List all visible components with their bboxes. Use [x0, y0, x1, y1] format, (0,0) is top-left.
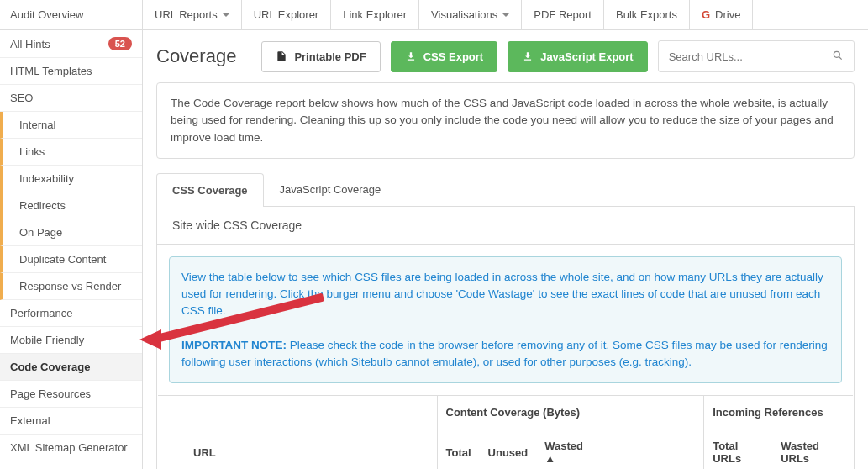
sidebar-item-label: Page Resources: [10, 387, 91, 400]
js-export-button[interactable]: JavaScript Export: [508, 41, 648, 72]
sidebar-item-all-hints[interactable]: All Hints52: [0, 30, 142, 58]
col-total-urls[interactable]: Total URLs: [704, 429, 772, 469]
sidebar-item-internal[interactable]: Internal: [0, 112, 142, 139]
col-total[interactable]: Total: [437, 429, 480, 469]
nav-bulk-exports[interactable]: Bulk Exports: [604, 0, 690, 29]
svg-point-0: [834, 51, 839, 57]
sidebar-item-page-resources[interactable]: Page Resources: [0, 381, 142, 408]
info-note: View the table below to see which CSS fi…: [169, 256, 842, 384]
coverage-panel: Site wide CSS Coverage View the table be…: [156, 207, 855, 469]
sidebar-item-seo[interactable]: SEO: [0, 85, 142, 112]
sidebar-item-links[interactable]: Links: [0, 139, 142, 166]
sidebar-item-label: Response vs Render: [19, 280, 121, 292]
col-group-references: Incoming References: [704, 396, 853, 429]
download-icon: [522, 50, 534, 62]
sidebar-item-on-page[interactable]: On Page: [0, 219, 142, 246]
chevron-down-icon: [223, 13, 229, 17]
sidebar-item-label: Indexability: [19, 172, 74, 185]
sidebar-item-label: Internal: [19, 119, 55, 131]
sidebar: Audit Overview All Hints52HTML Templates…: [0, 0, 143, 469]
tab-js-coverage[interactable]: JavaScript Coverage: [264, 172, 397, 206]
search-input[interactable]: [669, 50, 832, 63]
col-wasted[interactable]: Wasted ▲: [536, 429, 602, 469]
sidebar-item-label: SEO: [10, 92, 33, 104]
sidebar-item-label: External: [10, 414, 50, 427]
col-group-coverage: Content Coverage (Bytes): [437, 396, 704, 429]
sidebar-item-label: Performance: [10, 307, 72, 319]
sidebar-item-label: On Page: [19, 226, 62, 239]
sidebar-item-html-templates[interactable]: HTML Templates: [0, 58, 142, 85]
sidebar-item-external[interactable]: External: [0, 408, 142, 435]
sidebar-item-label: All Hints: [10, 38, 50, 50]
coverage-table: Content Coverage (Bytes) Incoming Refere…: [158, 395, 853, 469]
coverage-tabs: CSS Coverage JavaScript Coverage: [156, 172, 855, 207]
printable-pdf-button[interactable]: Printable PDF: [261, 41, 380, 72]
hint-count-badge: 52: [108, 37, 132, 50]
sidebar-item-response-vs-render[interactable]: Response vs Render: [0, 273, 142, 300]
sidebar-item-label: Code Coverage: [10, 361, 90, 373]
sidebar-item-label: HTML Templates: [10, 65, 92, 77]
nav-url-explorer[interactable]: URL Explorer: [242, 0, 332, 29]
svg-line-1: [839, 56, 842, 59]
google-drive-icon: G: [702, 8, 710, 21]
tab-css-coverage[interactable]: CSS Coverage: [156, 173, 264, 207]
sidebar-item-xml-sitemap-generator[interactable]: XML Sitemap Generator: [0, 435, 142, 461]
sidebar-item-label: Links: [19, 145, 45, 158]
nav-url-reports[interactable]: URL Reports: [143, 0, 242, 29]
sidebar-item-performance[interactable]: Performance: [0, 300, 142, 327]
sidebar-item-indexability[interactable]: Indexability: [0, 166, 142, 192]
chevron-down-icon: [502, 13, 509, 17]
sidebar-item-label: Redirects: [19, 199, 66, 212]
search-box[interactable]: [658, 40, 855, 72]
panel-title: Site wide CSS Coverage: [157, 207, 854, 245]
nav-link-explorer[interactable]: Link Explorer: [331, 0, 419, 29]
nav-pdf-report[interactable]: PDF Report: [522, 0, 604, 29]
main-content: URL Reports URL Explorer Link Explorer V…: [143, 0, 868, 469]
col-wasted-urls[interactable]: Wasted URLs: [772, 429, 853, 469]
sidebar-header: Audit Overview: [0, 0, 142, 30]
col-unused[interactable]: Unused: [480, 429, 537, 469]
sidebar-item-label: XML Sitemap Generator: [10, 441, 128, 454]
download-icon: [405, 50, 417, 62]
search-icon[interactable]: [832, 50, 844, 64]
file-icon: [276, 50, 287, 62]
intro-text: The Code Coverage report below shows how…: [156, 82, 855, 159]
sidebar-item-mobile-friendly[interactable]: Mobile Friendly: [0, 327, 142, 354]
sidebar-item-code-coverage[interactable]: Code Coverage: [0, 354, 142, 381]
nav-google-drive[interactable]: GDrive: [690, 0, 753, 29]
page-title: Coverage: [156, 45, 236, 67]
sidebar-item-label: Mobile Friendly: [10, 334, 84, 346]
css-export-button[interactable]: CSS Export: [391, 41, 498, 72]
sidebar-item-label: Duplicate Content: [19, 253, 106, 266]
top-nav: URL Reports URL Explorer Link Explorer V…: [143, 0, 868, 30]
nav-visualisations[interactable]: Visualisations: [419, 0, 522, 29]
sidebar-item-duplicate-content[interactable]: Duplicate Content: [0, 246, 142, 273]
sidebar-item-redirects[interactable]: Redirects: [0, 192, 142, 219]
col-url[interactable]: URL: [185, 429, 437, 469]
